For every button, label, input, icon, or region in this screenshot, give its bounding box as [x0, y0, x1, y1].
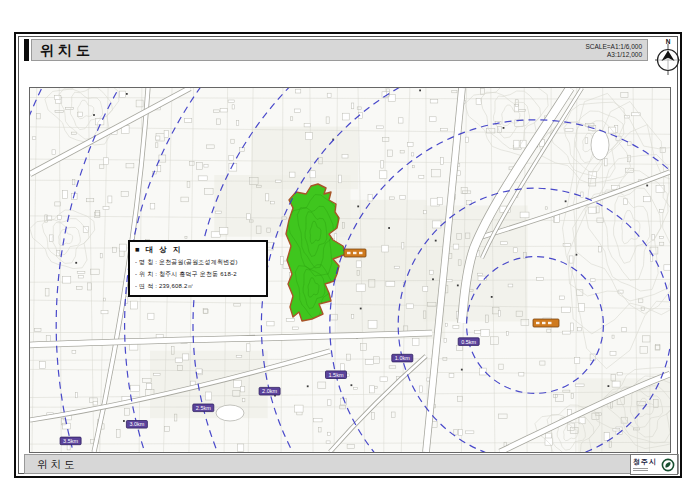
map-area: 0.5km1.0km1.5km2.0km2.5km3.0km3.5km ■ 대 … [29, 87, 671, 453]
scale-line-2: A3:1/12,000 [585, 51, 642, 59]
publisher-subtext [633, 467, 657, 471]
legend-row-name: - 명 칭 : 운천공원(공원조성계획변경) [135, 258, 261, 267]
distance-ring-label: 1.0km [392, 354, 413, 362]
svg-text:1.0km: 1.0km [395, 355, 410, 361]
compass-icon: N [653, 38, 683, 76]
distance-ring-label: 3.5km [60, 437, 81, 445]
distance-ring-label: 2.5km [193, 404, 214, 412]
footer-bar: 위치도 청주시 [24, 454, 679, 474]
svg-text:3.5km: 3.5km [63, 438, 78, 444]
legend-row-area: - 면 적 : 239,608.2㎡ [135, 282, 261, 291]
distance-ring-label: 3.0km [126, 421, 147, 429]
site-marker-east [533, 319, 559, 327]
site-info-box: ■ 대 상 지 - 명 칭 : 운천공원(공원조성계획변경) - 위 치 : 청… [128, 240, 268, 297]
map-canvas: 0.5km1.0km1.5km2.0km2.5km3.0km3.5km [30, 88, 670, 452]
legend-row-location: - 위 치 : 청주시 흥덕구 운천동 618-2 [135, 270, 261, 279]
outer-frame: 위치도 SCALE=A1:1/6,000 A3:1/12,000 N 0.5km… [14, 32, 682, 478]
publisher-name: 청주시 [633, 458, 657, 465]
svg-text:0.5km: 0.5km [461, 339, 476, 345]
distance-ring-label: 1.5km [326, 371, 347, 379]
title-accent-bar [24, 39, 29, 61]
publisher-logo-icon [661, 458, 675, 472]
distance-ring-label: 2.0km [259, 387, 280, 395]
svg-text:2.0km: 2.0km [262, 388, 277, 394]
svg-text:1.5km: 1.5km [329, 372, 344, 378]
title-bar: 위치도 SCALE=A1:1/6,000 A3:1/12,000 [31, 39, 648, 61]
svg-text:3.0km: 3.0km [129, 421, 144, 427]
scale-line-1: SCALE=A1:1/6,000 [585, 43, 642, 51]
site-marker-park [344, 249, 366, 257]
inner-frame: 위치도 SCALE=A1:1/6,000 A3:1/12,000 N 0.5km… [18, 36, 678, 474]
compass-n-label: N [653, 38, 683, 45]
legend-title: ■ 대 상 지 [135, 245, 261, 255]
svg-text:2.5km: 2.5km [196, 405, 211, 411]
scale-info: SCALE=A1:1/6,000 A3:1/12,000 [585, 43, 642, 59]
publisher-box: 청주시 [630, 454, 678, 475]
document-page: 위치도 SCALE=A1:1/6,000 A3:1/12,000 N 0.5km… [0, 0, 700, 495]
distance-ring-label: 0.5km [458, 338, 479, 346]
page-title: 위치도 [40, 40, 94, 60]
footer-title: 위치도 [37, 455, 78, 473]
